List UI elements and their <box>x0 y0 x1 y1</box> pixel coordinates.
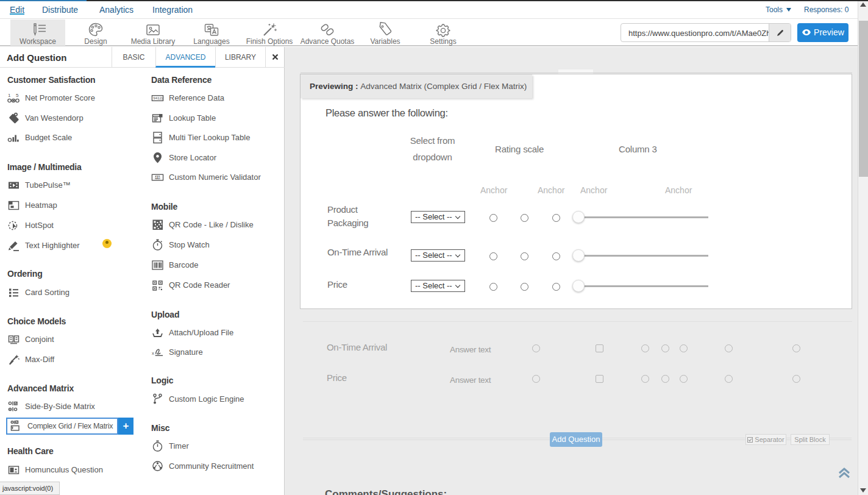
svg-text:#: # <box>157 175 159 179</box>
svg-text:1: 1 <box>8 93 11 98</box>
svg-text:94122: 94122 <box>153 96 164 100</box>
svg-text:5: 5 <box>16 93 19 98</box>
svg-text:x: x <box>152 350 154 355</box>
